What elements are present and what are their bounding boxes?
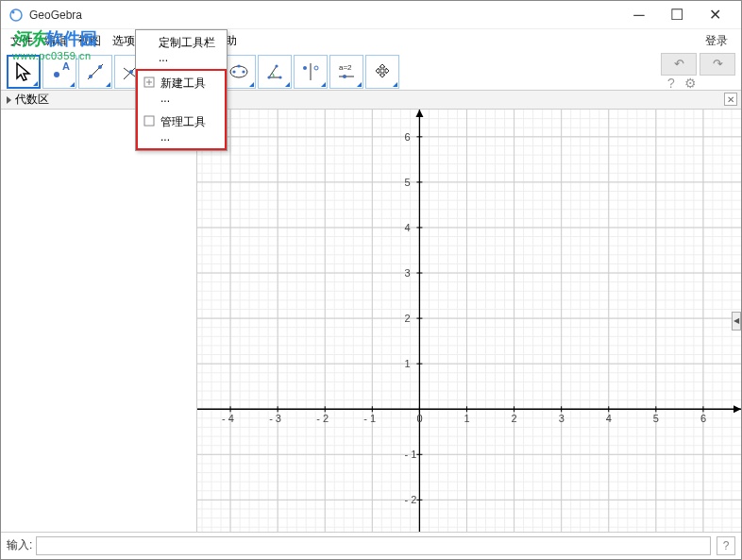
svg-text:6: 6 — [700, 413, 706, 424]
main-area: - 4- 3- 2- 10123456- 2- 1123456 ◀ — [1, 110, 741, 532]
close-button[interactable]: ✕ — [696, 2, 734, 28]
toolbar: A a=2 ↶ ↷ — [1, 53, 741, 91]
svg-point-26 — [278, 76, 281, 78]
dropdown-item-label: 定制工具栏 ... — [159, 36, 215, 64]
input-help-button[interactable]: ? — [717, 536, 735, 555]
svg-text:3: 3 — [404, 267, 410, 279]
minimize-button[interactable]: ─ — [620, 2, 658, 28]
tool-move[interactable] — [7, 55, 41, 89]
tool-slider[interactable]: a=2 — [329, 55, 363, 89]
svg-point-24 — [237, 64, 240, 67]
titlebar: GeoGebra ─ ☐ ✕ — [1, 1, 741, 29]
svg-rect-3 — [144, 116, 154, 126]
svg-point-33 — [343, 75, 346, 78]
svg-text:- 1: - 1 — [404, 449, 416, 460]
svg-point-1 — [12, 10, 15, 13]
svg-point-25 — [267, 76, 270, 78]
input-field[interactable] — [36, 536, 711, 555]
dropdown-highlight-box: 新建工具 ... 管理工具 ... — [136, 69, 227, 150]
svg-text:0: 0 — [416, 413, 422, 424]
svg-point-23 — [242, 70, 245, 73]
dropdown-new-tool[interactable]: 新建工具 ... — [138, 71, 225, 110]
point-icon: A — [48, 60, 71, 83]
angle-icon — [263, 60, 286, 83]
svg-text:- 4: - 4 — [222, 413, 234, 424]
dropdown-customize-toolbar[interactable]: 定制工具栏 ... — [136, 30, 227, 69]
algebra-view[interactable] — [1, 110, 197, 532]
tool-line[interactable] — [78, 55, 112, 89]
tools-dropdown: 定制工具栏 ... 新建工具 ... 管理工具 ... — [135, 29, 228, 151]
redo-button[interactable]: ↷ — [700, 53, 735, 76]
svg-text:4: 4 — [404, 222, 410, 233]
menubar: 文件 编辑 视图 选项 工具 窗口 帮助 登录 定制工具栏 ... 新建工具 .… — [1, 29, 741, 53]
svg-point-29 — [303, 66, 307, 70]
side-collapse-handle[interactable]: ◀ — [732, 312, 741, 331]
svg-point-22 — [232, 70, 235, 73]
svg-text:5: 5 — [404, 177, 410, 188]
tool-point[interactable]: A — [42, 55, 76, 89]
ellipse-icon — [228, 60, 250, 83]
panel-close-button[interactable]: ✕ — [724, 93, 737, 106]
svg-text:a=2: a=2 — [339, 63, 352, 72]
svg-text:1: 1 — [404, 358, 410, 369]
svg-text:5: 5 — [653, 413, 659, 424]
graphics-panel-header[interactable]: 区 ✕ — [197, 91, 741, 110]
svg-text:2: 2 — [404, 313, 410, 324]
help-icon[interactable]: ? — [667, 76, 675, 91]
tool-angle[interactable] — [258, 55, 292, 89]
svg-text:A: A — [62, 60, 70, 72]
svg-text:4: 4 — [606, 413, 612, 424]
svg-text:2: 2 — [512, 413, 517, 424]
new-tool-icon — [143, 76, 156, 89]
line-icon — [84, 60, 107, 83]
svg-point-0 — [10, 9, 22, 21]
svg-point-30 — [314, 66, 318, 70]
coordinate-plane[interactable]: - 4- 3- 2- 10123456- 2- 1123456 — [197, 110, 741, 532]
svg-text:- 3: - 3 — [269, 413, 281, 424]
undo-icon: ↶ — [674, 57, 684, 71]
redo-icon: ↷ — [713, 57, 723, 71]
window-title: GeoGebra — [29, 8, 620, 22]
collapse-triangle-icon — [7, 96, 11, 104]
svg-text:1: 1 — [464, 413, 469, 424]
app-icon — [8, 8, 24, 23]
algebra-panel-title: 代数区 — [15, 92, 49, 108]
menu-file[interactable]: 文件 — [5, 30, 39, 52]
manage-tools-icon — [143, 114, 156, 127]
undo-button[interactable]: ↶ — [661, 53, 697, 76]
dropdown-item-label: 新建工具 ... — [160, 76, 206, 105]
svg-point-7 — [89, 75, 93, 78]
svg-point-4 — [54, 72, 59, 77]
reflect-icon — [299, 60, 322, 83]
tool-reflect[interactable] — [294, 55, 328, 89]
input-label: 输入: — [7, 537, 32, 553]
svg-text:3: 3 — [559, 413, 565, 424]
cursor-icon — [12, 60, 35, 83]
settings-icon[interactable]: ⚙ — [684, 76, 697, 91]
svg-point-27 — [275, 64, 278, 67]
menu-edit[interactable]: 编辑 — [39, 30, 73, 52]
slider-icon: a=2 — [335, 60, 358, 83]
dropdown-item-label: 管理工具 ... — [160, 115, 206, 144]
svg-point-11 — [129, 70, 133, 74]
dropdown-manage-tools[interactable]: 管理工具 ... — [138, 110, 225, 148]
svg-text:- 2: - 2 — [404, 494, 416, 505]
menu-view[interactable]: 视图 — [73, 30, 107, 52]
svg-text:- 1: - 1 — [363, 413, 376, 424]
svg-text:- 2: - 2 — [316, 413, 329, 424]
maximize-button[interactable]: ☐ — [658, 2, 696, 28]
move-view-icon — [371, 60, 394, 83]
graphics-view[interactable]: - 4- 3- 2- 10123456- 2- 1123456 — [197, 110, 741, 532]
svg-point-8 — [98, 65, 102, 69]
svg-text:6: 6 — [404, 131, 410, 143]
tool-move-view[interactable] — [365, 55, 399, 89]
input-bar: 输入: ? — [1, 532, 741, 558]
login-link[interactable]: 登录 — [696, 30, 737, 52]
